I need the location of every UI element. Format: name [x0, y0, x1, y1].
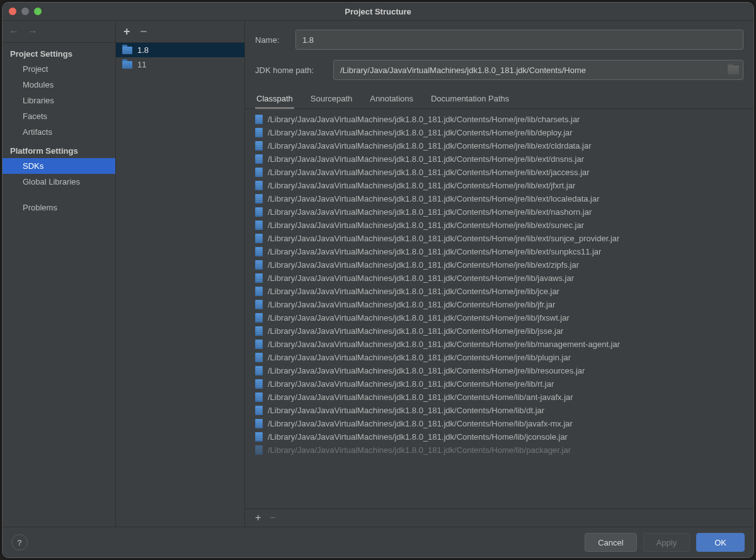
- traffic-lights: [9, 8, 42, 15]
- classpath-item[interactable]: /Library/Java/JavaVirtualMachines/jdk1.8…: [245, 152, 753, 166]
- home-path-input[interactable]: /Library/Java/JavaVirtualMachines/jdk1.8…: [333, 60, 743, 80]
- sidebar-item-problems[interactable]: Problems: [3, 200, 115, 215]
- jar-icon: [255, 273, 263, 283]
- folder-icon[interactable]: [728, 66, 739, 74]
- jar-icon: [255, 445, 263, 455]
- classpath-item[interactable]: /Library/Java/JavaVirtualMachines/jdk1.8…: [245, 351, 753, 364]
- help-button[interactable]: ?: [11, 534, 28, 551]
- classpath-item[interactable]: /Library/Java/JavaVirtualMachines/jdk1.8…: [245, 166, 753, 179]
- classpath-item[interactable]: /Library/Java/JavaVirtualMachines/jdk1.8…: [245, 232, 753, 245]
- sidebar-item-modules[interactable]: Modules: [3, 77, 115, 93]
- jar-icon: [255, 326, 263, 336]
- classpath-item-path: /Library/Java/JavaVirtualMachines/jdk1.8…: [268, 128, 573, 137]
- sidebar-item-libraries[interactable]: Libraries: [3, 93, 115, 108]
- home-path-row: JDK home path: /Library/Java/JavaVirtual…: [255, 60, 743, 80]
- classpath-item-path: /Library/Java/JavaVirtualMachines/jdk1.8…: [268, 154, 584, 164]
- sdk-item[interactable]: 11: [116, 57, 244, 72]
- classpath-item[interactable]: /Library/Java/JavaVirtualMachines/jdk1.8…: [245, 192, 753, 205]
- classpath-item[interactable]: /Library/Java/JavaVirtualMachines/jdk1.8…: [245, 258, 753, 271]
- sidebar-item-global-libraries[interactable]: Global Libraries: [3, 174, 115, 190]
- jar-icon: [255, 234, 263, 243]
- classpath-item-path: /Library/Java/JavaVirtualMachines/jdk1.8…: [268, 247, 601, 256]
- classpath-item[interactable]: /Library/Java/JavaVirtualMachines/jdk1.8…: [245, 430, 753, 443]
- classpath-item-path: /Library/Java/JavaVirtualMachines/jdk1.8…: [268, 340, 620, 349]
- classpath-item[interactable]: /Library/Java/JavaVirtualMachines/jdk1.8…: [245, 417, 753, 430]
- sidebar-item-facets[interactable]: Facets: [3, 108, 115, 124]
- classpath-item[interactable]: /Library/Java/JavaVirtualMachines/jdk1.8…: [245, 139, 753, 152]
- jar-icon: [255, 392, 263, 402]
- tab-documentation-paths[interactable]: Documentation Paths: [430, 90, 510, 108]
- nav-back-icon[interactable]: ←: [9, 26, 19, 37]
- classpath-item[interactable]: /Library/Java/JavaVirtualMachines/jdk1.8…: [245, 443, 753, 457]
- jar-icon: [255, 194, 263, 203]
- window-title: Project Structure: [345, 7, 411, 16]
- classpath-item-path: /Library/Java/JavaVirtualMachines/jdk1.8…: [268, 207, 592, 217]
- classpath-item-path: /Library/Java/JavaVirtualMachines/jdk1.8…: [268, 326, 563, 336]
- tab-annotations[interactable]: Annotations: [369, 90, 415, 108]
- project-structure-dialog: Project Structure ← → Project SettingsPr…: [2, 2, 754, 558]
- classpath-item[interactable]: /Library/Java/JavaVirtualMachines/jdk1.8…: [245, 311, 753, 324]
- classpath-item[interactable]: /Library/Java/JavaVirtualMachines/jdk1.8…: [245, 364, 753, 377]
- sidebar-item-artifacts[interactable]: Artifacts: [3, 124, 115, 140]
- classpath-item-path: /Library/Java/JavaVirtualMachines/jdk1.8…: [268, 313, 570, 323]
- classpath-item[interactable]: /Library/Java/JavaVirtualMachines/jdk1.8…: [245, 377, 753, 391]
- classpath-list[interactable]: /Library/Java/JavaVirtualMachines/jdk1.8…: [245, 109, 753, 508]
- classpath-item[interactable]: /Library/Java/JavaVirtualMachines/jdk1.8…: [245, 324, 753, 338]
- classpath-item[interactable]: /Library/Java/JavaVirtualMachines/jdk1.8…: [245, 298, 753, 311]
- sdk-list[interactable]: 1.811: [116, 43, 244, 527]
- classpath-item-path: /Library/Java/JavaVirtualMachines/jdk1.8…: [268, 194, 600, 203]
- classpath-item-path: /Library/Java/JavaVirtualMachines/jdk1.8…: [268, 260, 579, 270]
- sidebar-item-sdks[interactable]: SDKs: [3, 158, 115, 174]
- tab-sourcepath[interactable]: Sourcepath: [309, 90, 354, 108]
- name-input[interactable]: 1.8: [295, 30, 743, 50]
- classpath-item-path: /Library/Java/JavaVirtualMachines/jdk1.8…: [268, 353, 571, 362]
- apply-button[interactable]: Apply: [643, 533, 690, 552]
- classpath-item-path: /Library/Java/JavaVirtualMachines/jdk1.8…: [268, 392, 573, 402]
- classpath-item[interactable]: /Library/Java/JavaVirtualMachines/jdk1.8…: [245, 391, 753, 404]
- jar-icon: [255, 406, 263, 415]
- sdk-item[interactable]: 1.8: [116, 43, 244, 57]
- close-icon[interactable]: [9, 8, 16, 15]
- add-sdk-button[interactable]: +: [123, 25, 130, 38]
- zoom-icon[interactable]: [34, 8, 42, 15]
- classpath-item[interactable]: /Library/Java/JavaVirtualMachines/jdk1.8…: [245, 205, 753, 219]
- sdk-item-label: 11: [137, 60, 146, 69]
- nav-forward-icon[interactable]: →: [28, 26, 38, 37]
- sidebar-item-project[interactable]: Project: [3, 61, 115, 77]
- classpath-item[interactable]: /Library/Java/JavaVirtualMachines/jdk1.8…: [245, 179, 753, 192]
- classpath-item-path: /Library/Java/JavaVirtualMachines/jdk1.8…: [268, 432, 568, 442]
- cancel-button[interactable]: Cancel: [585, 533, 636, 552]
- tab-classpath[interactable]: Classpath: [255, 90, 294, 108]
- classpath-remove-button[interactable]: −: [270, 512, 275, 523]
- classpath-item[interactable]: /Library/Java/JavaVirtualMachines/jdk1.8…: [245, 404, 753, 417]
- classpath-item-path: /Library/Java/JavaVirtualMachines/jdk1.8…: [268, 300, 555, 309]
- sdk-detail-form: Name: 1.8 JDK home path: /Library/Java/J…: [245, 21, 753, 90]
- ok-button[interactable]: OK: [696, 533, 745, 552]
- jar-icon: [255, 287, 263, 296]
- classpath-toolbar: + −: [245, 508, 753, 527]
- dialog-body: ← → Project SettingsProjectModulesLibrar…: [3, 21, 753, 527]
- classpath-item-path: /Library/Java/JavaVirtualMachines/jdk1.8…: [268, 220, 584, 230]
- classpath-item-path: /Library/Java/JavaVirtualMachines/jdk1.8…: [268, 115, 580, 124]
- classpath-item[interactable]: /Library/Java/JavaVirtualMachines/jdk1.8…: [245, 271, 753, 285]
- classpath-add-button[interactable]: +: [255, 512, 261, 523]
- jar-icon: [255, 260, 263, 270]
- dialog-footer: ? Cancel Apply OK: [3, 527, 753, 557]
- minimize-icon[interactable]: [21, 8, 29, 15]
- titlebar: Project Structure: [3, 3, 753, 21]
- classpath-item[interactable]: /Library/Java/JavaVirtualMachines/jdk1.8…: [245, 285, 753, 298]
- classpath-item[interactable]: /Library/Java/JavaVirtualMachines/jdk1.8…: [245, 245, 753, 258]
- classpath-item-path: /Library/Java/JavaVirtualMachines/jdk1.8…: [268, 419, 573, 428]
- jar-icon: [255, 340, 263, 349]
- classpath-item[interactable]: /Library/Java/JavaVirtualMachines/jdk1.8…: [245, 219, 753, 232]
- classpath-item[interactable]: /Library/Java/JavaVirtualMachines/jdk1.8…: [245, 126, 753, 139]
- jar-icon: [255, 300, 263, 309]
- jar-icon: [255, 432, 263, 442]
- classpath-item-path: /Library/Java/JavaVirtualMachines/jdk1.8…: [268, 379, 554, 389]
- jar-icon: [255, 207, 263, 217]
- classpath-item[interactable]: /Library/Java/JavaVirtualMachines/jdk1.8…: [245, 113, 753, 126]
- remove-sdk-button[interactable]: −: [140, 25, 147, 38]
- sdk-tabs: ClasspathSourcepathAnnotationsDocumentat…: [245, 90, 753, 109]
- classpath-panel: /Library/Java/JavaVirtualMachines/jdk1.8…: [245, 109, 753, 527]
- classpath-item[interactable]: /Library/Java/JavaVirtualMachines/jdk1.8…: [245, 338, 753, 351]
